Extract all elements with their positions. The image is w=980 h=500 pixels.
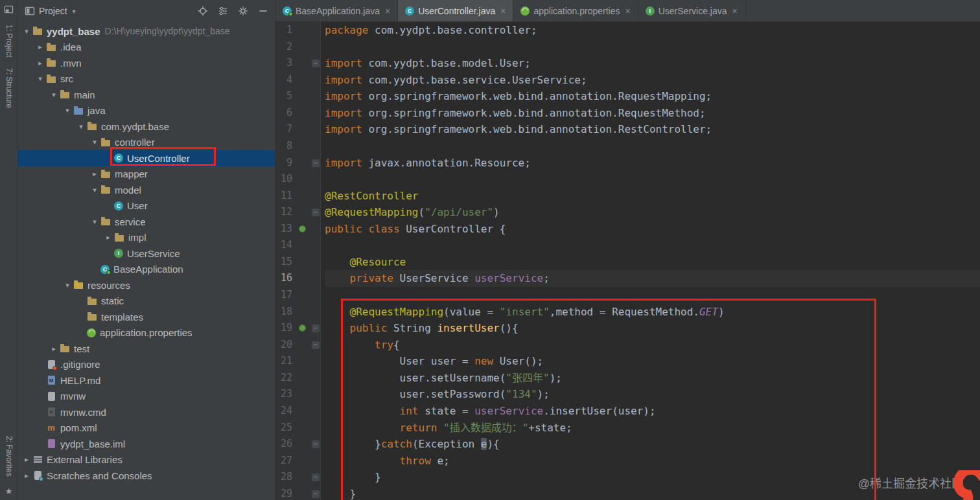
line-number[interactable]: 1	[275, 22, 292, 39]
line-number[interactable]: 25	[275, 420, 292, 437]
chevron-right-icon[interactable]: ▸	[34, 59, 46, 67]
tree-item-java[interactable]: ▾java	[18, 103, 275, 119]
code-line[interactable]: @RestController	[325, 188, 980, 205]
code-line[interactable]	[325, 171, 980, 188]
code-line[interactable]: @Resource	[325, 254, 980, 271]
code-line[interactable]: public String insertUser(){	[325, 320, 980, 337]
fold-marker-icon[interactable]: −	[312, 159, 320, 167]
line-number[interactable]: 5	[275, 88, 292, 105]
code-line[interactable]	[325, 138, 980, 155]
star-icon[interactable]: ★	[5, 487, 13, 495]
tree-item-external-libraries[interactable]: ▸External Libraries	[18, 452, 275, 468]
line-number[interactable]: 9	[275, 155, 292, 172]
line-number[interactable]: 4	[275, 72, 292, 89]
line-number[interactable]: 20	[275, 337, 292, 354]
code-line[interactable]: User user = new User();	[325, 353, 980, 370]
tree-item-com-yydpt-base[interactable]: ▾com.yydpt.base	[18, 119, 275, 135]
code-line[interactable]: try{	[325, 337, 980, 354]
line-number[interactable]: 6	[275, 105, 292, 122]
tree-item-src[interactable]: ▾src	[18, 71, 275, 87]
toolstripe-structure-button[interactable]: 7: Structure	[5, 68, 14, 108]
tree-item-usercontroller[interactable]: CUserController	[18, 150, 275, 166]
code-line[interactable]: import org.springframework.web.bind.anno…	[325, 105, 980, 122]
code-line[interactable]: throw e;	[325, 453, 980, 470]
line-number[interactable]: 26	[275, 436, 292, 453]
tree-item-application-properties[interactable]: application.properties	[18, 325, 275, 341]
chevron-down-icon[interactable]: ▾	[62, 281, 73, 290]
tree-item-main[interactable]: ▾main	[18, 87, 275, 103]
locate-file-icon[interactable]	[198, 6, 208, 16]
line-number[interactable]: 18	[275, 304, 292, 321]
tree-item-idea[interactable]: ▸.idea	[18, 40, 275, 56]
line-number[interactable]: 19	[275, 320, 292, 337]
tree-item-scratches-and-consoles[interactable]: ▸Scratches and Consoles	[18, 468, 275, 484]
chevron-down-icon[interactable]: ▾	[48, 91, 60, 99]
line-number[interactable]: 15	[275, 254, 292, 271]
line-number[interactable]: 22	[275, 370, 292, 387]
editor-tab-application-properties[interactable]: application.properties×	[513, 0, 638, 21]
tree-item-test[interactable]: ▸test	[18, 341, 275, 357]
code-line[interactable]: }catch(Exception e){	[325, 436, 980, 453]
editor-gutter[interactable]: 123−456789−101112−13141516171819−20−2122…	[275, 22, 321, 500]
code-line[interactable]: int state = userService.insertUser(user)…	[325, 403, 980, 420]
spring-bean-icon[interactable]	[299, 225, 306, 233]
fold-marker-icon[interactable]: −	[312, 60, 320, 67]
code-line[interactable]: return "插入数据成功："+state;	[325, 420, 980, 437]
line-number[interactable]: 11	[275, 188, 292, 205]
view-options-icon[interactable]	[218, 6, 228, 16]
line-number[interactable]: 21	[275, 353, 292, 370]
code-line[interactable]: @RequestMapping(value = "insert",method …	[325, 304, 980, 321]
chevron-right-icon[interactable]: ▸	[48, 345, 60, 353]
chevron-right-icon[interactable]: ▸	[34, 43, 46, 51]
chevron-right-icon[interactable]: ▸	[89, 170, 100, 178]
code-editor[interactable]: 123−456789−101112−13141516171819−20−2122…	[275, 22, 980, 500]
tab-close-icon[interactable]: ×	[732, 6, 738, 16]
code-area[interactable]: package com.yydpt.base.controller;import…	[321, 22, 980, 500]
chevron-down-icon[interactable]: ▾	[21, 27, 32, 36]
hide-panel-icon[interactable]	[258, 6, 268, 16]
chevron-down-icon[interactable]: ▾	[89, 138, 100, 146]
spring-bean-icon[interactable]	[299, 324, 306, 332]
code-line[interactable]: import javax.annotation.Resource;	[325, 155, 980, 172]
line-number[interactable]: 28	[275, 469, 292, 486]
tab-close-icon[interactable]: ×	[625, 6, 631, 16]
code-line[interactable]: user.setPassword("134");	[325, 386, 980, 403]
chevron-down-icon[interactable]: ▾	[89, 218, 100, 226]
line-number[interactable]: 3	[275, 55, 292, 72]
chevron-right-icon[interactable]: ▸	[21, 455, 32, 464]
tree-item-yydpt-base[interactable]: ▾yydpt_baseD:\H\yueying\yydpt\yydpt_base	[18, 23, 275, 40]
chevron-down-icon[interactable]: ▾	[89, 186, 100, 194]
line-number[interactable]: 8	[275, 138, 292, 155]
code-line[interactable]	[325, 287, 980, 304]
line-number[interactable]: 16	[275, 270, 292, 287]
fold-marker-icon[interactable]: −	[312, 341, 320, 349]
tree-item-pom-xml[interactable]: mpom.xml	[18, 420, 275, 437]
tree-item-model[interactable]: ▾model	[18, 182, 275, 198]
code-line[interactable]: import com.yydpt.base.service.UserServic…	[325, 72, 980, 89]
fold-marker-icon[interactable]: −	[312, 440, 320, 448]
line-number[interactable]: 13	[275, 221, 292, 238]
tab-close-icon[interactable]: ×	[385, 6, 390, 16]
chevron-down-icon[interactable]: ▾	[75, 122, 87, 131]
line-number[interactable]: 12	[275, 204, 292, 221]
chevron-down-icon[interactable]: ▾	[62, 106, 73, 115]
tree-item-gitignore[interactable]: .gitignore	[18, 357, 275, 373]
settings-gear-icon[interactable]	[238, 6, 248, 16]
editor-tab-usercontroller-java[interactable]: CUserController.java×	[398, 0, 513, 21]
tree-item-controller[interactable]: ▾controller	[18, 135, 275, 151]
line-number[interactable]: 10	[275, 171, 292, 188]
fold-marker-icon[interactable]: −	[312, 490, 320, 498]
line-number[interactable]: 14	[275, 237, 292, 254]
code-line[interactable]: @RequestMapping("/api/user")	[325, 204, 980, 221]
toolstripe-favorites-button[interactable]: 2: Favorites	[5, 436, 14, 477]
code-line[interactable]: package com.yydpt.base.controller;	[325, 22, 980, 39]
tree-item-mvn[interactable]: ▸.mvn	[18, 55, 275, 71]
code-line[interactable]: import org.springframework.web.bind.anno…	[325, 121, 980, 138]
tree-item-service[interactable]: ▾service	[18, 214, 275, 230]
chevron-down-icon[interactable]: ▾	[34, 74, 46, 83]
fold-marker-icon[interactable]: −	[312, 324, 320, 332]
tree-item-templates[interactable]: templates	[18, 309, 275, 325]
code-line[interactable]: public class UserController {	[325, 221, 980, 238]
line-number[interactable]: 27	[275, 453, 292, 470]
editor-tab-userservice-java[interactable]: IUserService.java×	[638, 0, 745, 21]
